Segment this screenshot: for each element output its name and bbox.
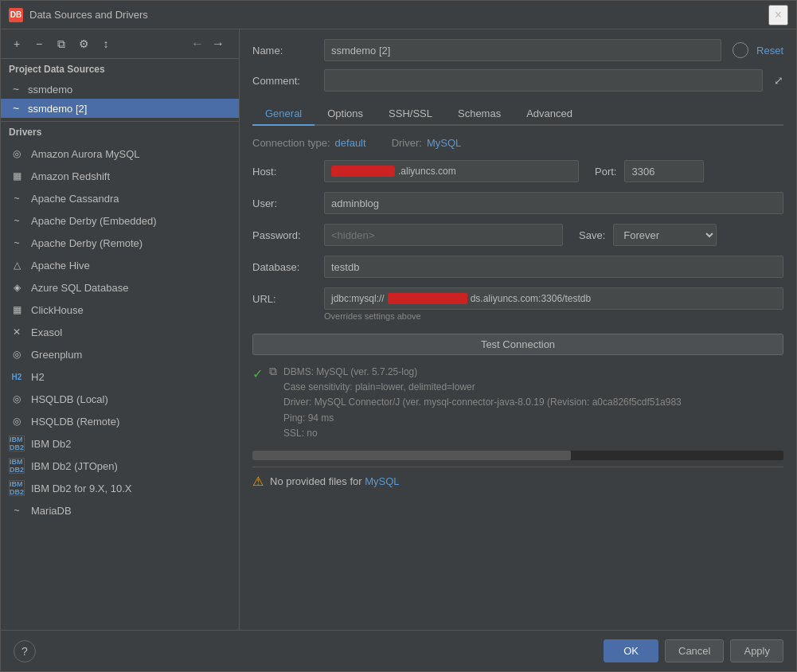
driver-label-aurora: Amazon Aurora MySQL — [31, 148, 140, 160]
bottom-action-buttons: OK Cancel Apply — [604, 639, 783, 662]
url-row: URL: jdbc:mysql:// ds.aliyuncs.com:3306/… — [252, 287, 783, 330]
copy-button[interactable]: ⧉ — [52, 34, 71, 53]
driver-icon-h2: H2 — [9, 369, 25, 385]
driver-label-redshift: Amazon Redshift — [31, 170, 110, 182]
driver-label-azure: Azure SQL Database — [31, 282, 128, 294]
info-copy-icon: ⧉ — [269, 365, 277, 441]
help-button[interactable]: ? — [14, 640, 36, 662]
comment-input[interactable] — [324, 69, 763, 92]
comment-row: Comment: ⤢ — [252, 69, 783, 92]
expand-comment-button[interactable]: ⤢ — [774, 74, 783, 87]
driver-h2[interactable]: H2 H2 — [1, 365, 239, 388]
driver-amazon-aurora[interactable]: ◎ Amazon Aurora MySQL — [1, 143, 239, 165]
apply-button[interactable]: Apply — [730, 639, 783, 662]
driver-apache-hive[interactable]: △ Apache Hive — [1, 254, 239, 276]
tab-schemas[interactable]: Schemas — [445, 103, 514, 126]
driver-icon-derby-rem: ~ — [9, 235, 25, 251]
source-item-ssmdemo[interactable]: ~ ssmdemo — [1, 80, 239, 99]
remove-button[interactable]: − — [29, 34, 49, 53]
content-area: + − ⧉ ⚙ ↕ ← → Project Data Sources ~ ssm… — [1, 29, 796, 630]
source-icon-ssmdemo2: ~ — [9, 102, 23, 115]
move-button[interactable]: ↕ — [96, 34, 115, 53]
user-label: User: — [252, 197, 316, 209]
source-label-ssmdemo: ssmdemo — [28, 84, 72, 96]
user-input[interactable] — [324, 192, 783, 214]
left-toolbar: + − ⧉ ⚙ ↕ ← → — [1, 29, 239, 59]
url-redacted — [388, 293, 467, 304]
cancel-button[interactable]: Cancel — [665, 639, 724, 662]
host-domain-text: .aliyuncs.com — [398, 166, 456, 177]
driver-mariadb[interactable]: ~ MariaDB — [1, 499, 239, 522]
driver-hsqldb-remote[interactable]: ◎ HSQLDB (Remote) — [1, 410, 239, 432]
url-input-row: URL: jdbc:mysql:// ds.aliyuncs.com:3306/… — [252, 287, 783, 310]
url-hint: Overrides settings above — [324, 311, 783, 321]
info-dbms: DBMS: MySQL (ver. 5.7.25-log) — [283, 365, 682, 380]
driver-label-hive: Apache Hive — [31, 260, 90, 272]
driver-icon-redshift: ▦ — [9, 168, 25, 184]
driver-ibm-db2-jtopen[interactable]: IBMDB2 IBM Db2 (JTOpen) — [1, 455, 239, 477]
nav-buttons: ← → — [188, 34, 228, 53]
port-label: Port: — [595, 166, 616, 178]
info-case: Case sensitivity: plain=lower, delimited… — [283, 380, 682, 395]
test-connection-button[interactable]: Test Connection — [252, 334, 783, 355]
driver-label-mariadb: MariaDB — [31, 505, 72, 517]
nav-back-button[interactable]: ← — [188, 34, 207, 53]
driver-label-cassandra: Apache Cassandra — [31, 193, 119, 205]
driver-apache-derby-embedded[interactable]: ~ Apache Derby (Embedded) — [1, 209, 239, 232]
driver-icon-hsqldb-remote: ◎ — [9, 413, 25, 429]
database-input[interactable] — [324, 256, 783, 278]
horizontal-scrollbar[interactable] — [252, 451, 783, 460]
name-input[interactable] — [324, 39, 721, 61]
driver-value[interactable]: MySQL — [427, 137, 461, 149]
info-ping: Ping: 94 ms — [283, 411, 682, 426]
driver-exasol[interactable]: ✕ Exasol — [1, 321, 239, 343]
save-select[interactable]: Forever — [613, 224, 717, 246]
tab-ssh-ssl[interactable]: SSH/SSL — [376, 103, 445, 126]
success-icon: ✓ — [252, 366, 263, 441]
driver-label-hsqldb-local: HSQLDB (Local) — [31, 393, 108, 405]
driver-label-h2: H2 — [31, 371, 45, 383]
driver-azure-sql[interactable]: ◈ Azure SQL Database — [1, 276, 239, 299]
driver-clickhouse[interactable]: ▦ ClickHouse — [1, 299, 239, 321]
drivers-header: Drivers — [1, 122, 239, 143]
add-button[interactable]: + — [7, 34, 26, 53]
user-row: User: — [252, 192, 783, 214]
conn-type-value[interactable]: default — [335, 137, 366, 149]
driver-apache-cassandra[interactable]: ~ Apache Cassandra — [1, 187, 239, 209]
reset-button[interactable]: Reset — [756, 45, 783, 57]
ok-button[interactable]: OK — [604, 639, 658, 662]
driver-label-ibm-jtopen: IBM Db2 (JTOpen) — [31, 460, 118, 472]
close-button[interactable]: × — [768, 5, 788, 25]
driver-icon-mariadb: ~ — [9, 502, 25, 518]
url-prefix: jdbc:mysql:// — [331, 293, 385, 304]
driver-ibm-db2[interactable]: IBMDB2 IBM Db2 — [1, 432, 239, 455]
driver-apache-derby-remote[interactable]: ~ Apache Derby (Remote) — [1, 232, 239, 254]
nav-forward-button[interactable]: → — [209, 34, 228, 53]
host-input-container[interactable]: .aliyuncs.com — [324, 160, 579, 182]
password-input[interactable] — [324, 224, 563, 246]
connection-info: ✓ ⧉ DBMS: MySQL (ver. 5.7.25-log) Case s… — [252, 365, 783, 441]
driver-greenplum[interactable]: ◎ Greenplum — [1, 343, 239, 365]
driver-label-exasol: Exasol — [31, 326, 62, 338]
url-input-container[interactable]: jdbc:mysql:// ds.aliyuncs.com:3306/testd… — [324, 287, 783, 310]
window-title: Data Sources and Drivers — [29, 9, 768, 21]
copy-icon[interactable]: ⧉ — [269, 365, 277, 377]
driver-amazon-redshift[interactable]: ▦ Amazon Redshift — [1, 165, 239, 187]
connection-type-row: Connection type: default Driver: MySQL — [252, 137, 783, 149]
password-row: Password: Save: Forever — [252, 224, 783, 246]
driver-hsqldb-local[interactable]: ◎ HSQLDB (Local) — [1, 388, 239, 410]
source-item-ssmdemo2[interactable]: ~ ssmdemo [2] — [1, 99, 239, 118]
host-row: Host: .aliyuncs.com Port: — [252, 160, 783, 182]
tab-options[interactable]: Options — [315, 103, 376, 126]
warning-link[interactable]: MySQL — [365, 475, 399, 487]
driver-icon-azure: ◈ — [9, 279, 25, 295]
database-label: Database: — [252, 261, 316, 273]
port-input[interactable] — [624, 160, 704, 182]
tab-advanced[interactable]: Advanced — [514, 103, 585, 126]
bottom-bar: ? OK Cancel Apply — [1, 630, 796, 671]
driver-ibm-db2-9x[interactable]: IBMDB2 IBM Db2 for 9.X, 10.X — [1, 477, 239, 499]
settings-button[interactable]: ⚙ — [74, 34, 93, 53]
tab-general[interactable]: General — [252, 103, 315, 126]
driver-label-ibm-db2: IBM Db2 — [31, 438, 72, 450]
driver-label-ibm-9x: IBM Db2 for 9.X, 10.X — [31, 483, 131, 494]
